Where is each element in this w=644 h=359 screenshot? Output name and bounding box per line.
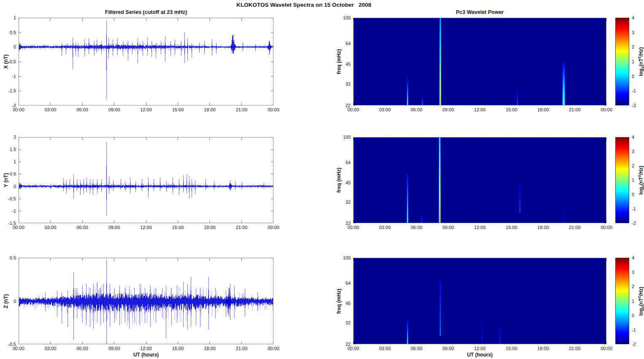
y-tick-label: -1.5 [0,88,16,93]
filtered-series-title: Filtered Series (cutoff at 23 mHz) [105,9,187,15]
x-tick-label: 12:00 [474,225,486,230]
y-tick-label: 22 [331,103,351,108]
x-tick-label: 21:00 [236,225,248,230]
y-tick-label: -1 [0,208,16,213]
x-tick-label: 15:00 [172,346,184,351]
y-tick-label: 0 [0,299,16,304]
x-tick-label: 12:00 [140,225,152,230]
y-tick-label: 64 [331,281,351,286]
x-tick-label: 15:00 [172,107,184,112]
x-tick-label: 09:00 [442,225,454,230]
z-wavelet-power-plot [353,258,606,344]
x-tick-label: 06:00 [411,107,422,112]
colorbar-tick-label: 0 [632,74,634,79]
x-tick-label: 06:00 [76,346,88,351]
x-tick-label: 18:00 [204,225,216,230]
y-tick-label: 100 [331,255,351,260]
figure-title: KLOKOTOS Wavelet Spectra on 15 October 2… [236,2,371,8]
colorbar-tick-label: -2 [632,342,636,347]
x-wavelet-power-plot [353,18,606,105]
y-tick-label: 32 [331,81,351,86]
ut-hours-label-right: UT (hours) [467,352,493,358]
x-tick-label: 18:00 [204,346,216,351]
colorbar-label-sup: 2 [637,175,641,177]
x-tick-label: 00:00 [268,225,279,230]
y-tick-label: 100 [331,15,351,20]
y-tick-label: 0.5 [0,171,16,176]
x-tick-label: 18:00 [537,346,549,351]
y-tick-label: 0.5 [0,30,16,35]
colorbar-tick-label: -1 [632,327,636,332]
y-tick-label: 22 [331,342,351,347]
colorbar-tick-label: 2 [632,163,634,168]
colorbar-label-mid: (nT [638,298,644,306]
colorbar-tick-label: -2 [632,221,636,226]
colorbar-middle [615,137,629,223]
colorbar-tick-label: -1 [632,206,636,211]
pc3-wavelet-power-title: Pc3 Wavelet Power [456,9,503,15]
colorbar-label-bottom: log2(nT2/Hz) [637,286,644,316]
x-tick-label: 15:00 [506,107,517,112]
y-tick-label: 0.5 [0,255,16,260]
y-tick-label: 45 [331,180,351,185]
colorbar-tick-label: 2 [632,284,634,289]
y-filtered-series-plot [19,137,273,223]
colorbar-tick-label: 3 [632,270,634,275]
x-tick-label: 00:00 [601,107,612,112]
colorbar-label-sup: 2 [637,296,641,298]
colorbar-bottom [615,258,629,344]
x-tick-label: 21:00 [569,107,581,112]
colorbar-tick-label: 0 [632,313,634,318]
z-wavelet-power-panel [353,258,606,344]
colorbar-bottom-gradient [615,258,629,344]
colorbar-tick-label: 3 [632,30,634,35]
colorbar-label-end: /Hz) [638,47,644,57]
x-tick-label: 21:00 [236,346,248,351]
y-tick-label: 22 [331,221,351,226]
x-tick-label: 09:00 [108,346,120,351]
y-tick-label: -2 [0,103,16,108]
colorbar-label-top: log2(nT2/Hz) [637,47,644,76]
x-tick-label: 00:00 [268,107,279,112]
y-tick-label: 32 [331,200,351,205]
y-tick-label: 1 [0,15,16,20]
colorbar-label-base: log [638,308,644,316]
x-tick-label: 06:00 [411,225,422,230]
y-tick-label: -0.5 [0,59,16,64]
colorbar-tick-label: 1 [632,59,634,64]
colorbar-label-sub: 2 [641,66,644,68]
ut-hours-label-left: UT (hours) [133,352,159,358]
colorbar-tick-label: -2 [632,103,636,108]
colorbar-tick-label: 4 [632,15,634,20]
y-tick-label: 32 [331,320,351,325]
z-filtered-series-panel [19,258,273,344]
colorbar-middle-gradient [615,137,629,223]
colorbar-label-sub: 2 [641,185,644,187]
x-tick-label: 12:00 [474,346,486,351]
x-tick-label: 21:00 [569,346,581,351]
y-tick-label: 0 [0,184,16,189]
x-tick-label: 09:00 [442,346,454,351]
x-tick-label: 18:00 [537,107,549,112]
colorbar-label-end: /Hz) [638,286,644,296]
colorbar-tick-label: 2 [632,44,634,49]
x-tick-label: 12:00 [140,346,152,351]
colorbar-label-mid: (nT [638,177,644,185]
y-tick-label: 45 [331,301,351,306]
x-tick-label: 12:00 [140,107,152,112]
y-tick-label: 45 [331,62,351,67]
x-tick-label: 00:00 [601,346,612,351]
y-tick-label: 0 [0,44,16,49]
x-tick-label: 06:00 [76,225,88,230]
x-tick-label: 18:00 [204,107,216,112]
y-tick-label: 1.5 [0,147,16,152]
x-wavelet-power-panel [353,18,606,105]
x-tick-label: 15:00 [172,225,184,230]
x-tick-label: 18:00 [537,225,549,230]
x-tick-label: 09:00 [108,225,120,230]
x-tick-label: 21:00 [236,107,248,112]
colorbar-tick-label: 1 [632,299,634,304]
colorbar-top [615,18,629,105]
y-tick-label: -0.5 [0,196,16,201]
x-tick-label: 09:00 [108,107,120,112]
